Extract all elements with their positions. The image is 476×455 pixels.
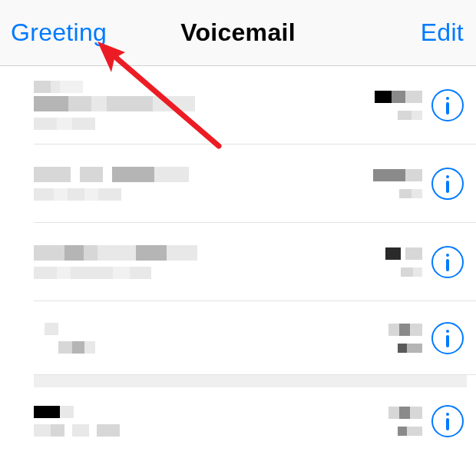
voicemail-meta (385, 247, 422, 277)
voicemail-caller (34, 406, 388, 437)
voicemail-row[interactable] (34, 223, 476, 301)
voicemail-row[interactable] (34, 301, 476, 375)
info-icon[interactable] (431, 322, 464, 354)
voicemail-meta (375, 91, 422, 120)
info-icon[interactable] (431, 246, 464, 278)
info-icon[interactable] (431, 405, 464, 437)
info-icon[interactable] (431, 168, 464, 200)
edit-button[interactable]: Edit (421, 18, 464, 46)
greeting-button[interactable]: Greeting (11, 18, 107, 46)
voicemail-meta (388, 407, 422, 436)
voicemail-caller (34, 167, 373, 201)
voicemail-row[interactable] (34, 66, 476, 144)
info-icon[interactable] (431, 89, 464, 121)
voicemail-row[interactable] (34, 144, 476, 223)
voicemail-caller (34, 323, 388, 354)
voicemail-meta (373, 169, 422, 198)
voicemail-caller (34, 81, 375, 130)
page-title: Voicemail (180, 18, 296, 46)
voicemail-row[interactable] (34, 375, 476, 455)
voicemail-caller (34, 245, 385, 279)
navigation-bar: Greeting Voicemail Edit (0, 0, 476, 66)
voicemail-meta (388, 324, 422, 353)
voicemail-list (0, 66, 476, 455)
